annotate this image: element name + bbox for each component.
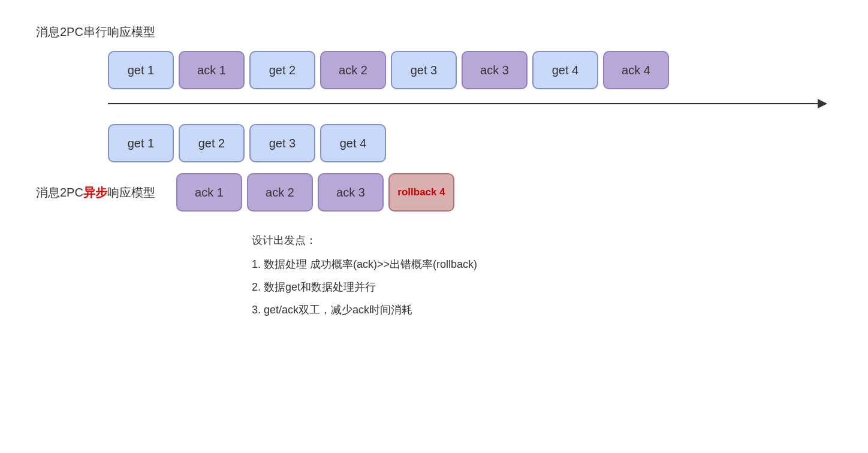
main-container: 消息2PC串行响应模型 get 1ack 1get 2ack 2get 3ack… <box>0 0 868 453</box>
timeline-arrow <box>108 95 827 112</box>
async-get-box-get1: get 1 <box>108 124 174 162</box>
serial-box-get1: get 1 <box>108 51 174 89</box>
async-gets-row: get 1get 2get 3get 4 <box>108 124 832 162</box>
async-ack-box-ack3: ack 3 <box>318 173 384 212</box>
serial-title: 消息2PC串行响应模型 <box>36 24 832 40</box>
serial-box-get4: get 4 <box>532 51 598 89</box>
async-ack-box-ack2: ack 2 <box>247 173 313 212</box>
notes-item: 1. 数据处理 成功概率(ack)>>出错概率(rollback) <box>252 253 832 275</box>
serial-box-ack4: ack 4 <box>603 51 669 89</box>
async-ack-box-ack1: ack 1 <box>176 173 242 212</box>
async-section-label: 消息2PC异步响应模型 <box>36 185 162 201</box>
serial-box-get2: get 2 <box>249 51 315 89</box>
async-acks-row-wrapper: 消息2PC异步响应模型 ack 1ack 2ack 3rollback 4 <box>36 173 832 212</box>
serial-section: get 1ack 1get 2ack 2get 3ack 3get 4ack 4 <box>36 51 832 112</box>
async-ack-box-rollback4: rollback 4 <box>388 173 454 212</box>
async-label-prefix: 消息2PC <box>36 186 83 199</box>
serial-box-get3: get 3 <box>391 51 457 89</box>
notes-item: 2. 数据get和数据处理并行 <box>252 276 832 298</box>
serial-row: get 1ack 1get 2ack 2get 3ack 3get 4ack 4 <box>108 51 832 89</box>
async-label-suffix: 响应模型 <box>107 186 155 199</box>
arrow-head <box>818 99 827 108</box>
notes-item: 3. get/ack双工，减少ack时间消耗 <box>252 299 832 321</box>
serial-box-ack1: ack 1 <box>179 51 245 89</box>
notes-section: 设计出发点： 1. 数据处理 成功概率(ack)>>出错概率(rollback)… <box>252 229 832 321</box>
notes-list: 1. 数据处理 成功概率(ack)>>出错概率(rollback)2. 数据ge… <box>252 253 832 321</box>
async-get-box-get2: get 2 <box>179 124 245 162</box>
async-get-box-get4: get 4 <box>320 124 386 162</box>
async-section: get 1get 2get 3get 4 消息2PC异步响应模型 ack 1ac… <box>36 124 832 212</box>
notes-title: 设计出发点： <box>252 229 832 251</box>
async-get-box-get3: get 3 <box>249 124 315 162</box>
serial-title-text: 消息2PC串行响应模型 <box>36 25 155 38</box>
async-acks-row: ack 1ack 2ack 3rollback 4 <box>176 173 454 212</box>
arrow-line <box>108 103 818 104</box>
serial-box-ack3: ack 3 <box>462 51 528 89</box>
serial-box-ack2: ack 2 <box>320 51 386 89</box>
async-label-highlight: 异步 <box>83 186 107 199</box>
